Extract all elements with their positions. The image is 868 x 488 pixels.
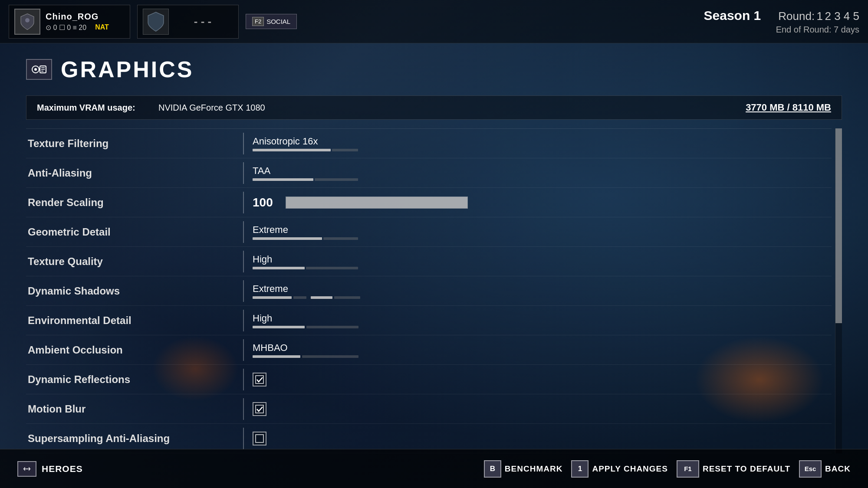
setting-row-geometric-detail[interactable]: Geometric Detail Extreme — [26, 217, 832, 247]
slider-fill — [253, 178, 313, 181]
divider — [243, 162, 244, 184]
bottom-bar: HEROES B BENCHMARK 1 APPLY CHANGES F1 RE… — [0, 449, 868, 488]
back-group[interactable]: Esc BACK — [799, 460, 851, 478]
slider-fill — [253, 149, 331, 151]
slider-fill — [253, 355, 300, 358]
social-label: SOCIAL — [266, 18, 290, 25]
slider-fill — [253, 267, 305, 269]
apply-label: APPLY CHANGES — [592, 464, 668, 474]
setting-value-geometric-detail: Extreme — [253, 224, 832, 240]
apply-key: 1 — [571, 460, 589, 478]
main-content: GRAPHICS Maximum VRAM usage: NVIDIA GeFo… — [0, 43, 868, 466]
supersampling-aa-checkbox[interactable] — [253, 432, 266, 445]
scrollbar[interactable] — [835, 128, 842, 453]
bottom-left: HEROES — [17, 461, 83, 477]
heroes-label[interactable]: HEROES — [42, 464, 83, 474]
divider — [243, 192, 244, 213]
score-display: - - - — [172, 15, 233, 28]
texture-filtering-slider — [253, 149, 832, 151]
svg-rect-9 — [256, 435, 263, 442]
round-label: Round: — [778, 10, 815, 23]
svg-rect-7 — [256, 376, 263, 383]
social-button[interactable]: F2 SOCIAL — [246, 14, 297, 29]
slider-fill — [253, 237, 322, 240]
setting-row-environmental-detail[interactable]: Environmental Detail High — [26, 306, 832, 335]
geometric-detail-slider — [253, 237, 832, 240]
top-left-section: Chino_ROG ⊙ 0 ☐ 0 ≡ 20 NAT - - - F2 SOCI… — [9, 5, 297, 39]
player-stats-icons: ⊙ 0 ☐ 0 ≡ 20 — [46, 23, 86, 32]
setting-row-dynamic-reflections[interactable]: Dynamic Reflections — [26, 365, 832, 394]
round-1: 1 — [817, 10, 823, 23]
setting-row-anti-aliasing[interactable]: Anti-Aliasing TAA — [26, 158, 832, 188]
slider-empty — [293, 296, 306, 299]
reset-key: F1 — [677, 460, 699, 478]
heroes-icon — [17, 461, 36, 477]
dynamic-shadows-slider — [253, 296, 832, 299]
page-title-bar: GRAPHICS — [26, 56, 842, 82]
ambient-occlusion-value: MHBAO — [253, 342, 832, 354]
setting-value-ambient-occlusion: MHBAO — [253, 342, 832, 358]
back-key: Esc — [799, 460, 822, 478]
setting-row-ambient-occlusion[interactable]: Ambient Occlusion MHBAO — [26, 335, 832, 365]
scrollbar-thumb[interactable] — [835, 128, 842, 323]
divider — [243, 221, 244, 243]
svg-rect-8 — [256, 405, 263, 413]
slider-empty — [323, 237, 358, 240]
season-info: Season 1 — [704, 8, 761, 23]
divider — [243, 251, 244, 272]
vram-usage: 3770 MB / 8110 MB — [746, 102, 831, 113]
slider-fill — [253, 326, 305, 328]
top-right-section: Season 1 Round: 1 2 3 4 5 End of Round: … — [704, 8, 859, 35]
slider-empty — [302, 355, 358, 358]
geometric-detail-value: Extreme — [253, 224, 832, 236]
setting-value-texture-filtering: Anisotropic 16x — [253, 136, 832, 151]
slider-empty — [306, 326, 358, 328]
render-fill — [286, 197, 467, 208]
dynamic-reflections-checkbox[interactable] — [253, 373, 266, 386]
slider-empty — [332, 149, 358, 151]
environmental-detail-slider — [253, 326, 832, 328]
setting-row-texture-quality[interactable]: Texture Quality High — [26, 247, 832, 276]
setting-value-motion-blur — [253, 402, 832, 416]
player-card: Chino_ROG ⊙ 0 ☐ 0 ≡ 20 NAT — [9, 5, 130, 39]
setting-value-supersampling-aa — [253, 432, 832, 445]
svg-point-0 — [25, 18, 30, 22]
setting-row-texture-filtering[interactable]: Texture Filtering Anisotropic 16x — [26, 129, 832, 158]
setting-row-render-scaling[interactable]: Render Scaling 100 — [26, 188, 832, 217]
match-display: - - - — [137, 5, 239, 39]
divider — [243, 428, 244, 449]
setting-row-motion-blur[interactable]: Motion Blur — [26, 394, 832, 424]
setting-value-texture-quality: High — [253, 254, 832, 269]
setting-value-dynamic-reflections — [253, 373, 832, 386]
slider-empty — [315, 178, 358, 181]
f2-key: F2 — [252, 17, 264, 26]
gpu-name: NVIDIA GeForce GTX 1080 — [158, 103, 737, 113]
render-scaling-number: 100 — [253, 196, 279, 210]
divider — [243, 398, 244, 420]
setting-label-ambient-occlusion: Ambient Occlusion — [26, 344, 243, 356]
divider — [243, 369, 244, 390]
reset-default-group[interactable]: F1 RESET TO DEFAULT — [677, 460, 790, 478]
svg-point-2 — [34, 68, 37, 71]
texture-filtering-value: Anisotropic 16x — [253, 136, 832, 147]
setting-label-supersampling-aa: Supersampling Anti-Aliasing — [26, 432, 243, 445]
bottom-right: B BENCHMARK 1 APPLY CHANGES F1 RESET TO … — [484, 460, 851, 478]
settings-list: Texture Filtering Anisotropic 16x Anti-A… — [26, 128, 832, 453]
round-2: 2 3 4 5 — [825, 10, 859, 23]
motion-blur-checkbox[interactable] — [253, 402, 266, 416]
anti-aliasing-value: TAA — [253, 165, 832, 177]
apply-changes-group[interactable]: 1 APPLY CHANGES — [571, 460, 668, 478]
divider — [243, 280, 244, 302]
setting-label-geometric-detail: Geometric Detail — [26, 226, 243, 238]
setting-label-texture-filtering: Texture Filtering — [26, 138, 243, 150]
title-icon — [26, 59, 52, 80]
setting-value-environmental-detail: High — [253, 313, 832, 328]
vram-bar: Maximum VRAM usage: NVIDIA GeForce GTX 1… — [26, 95, 842, 120]
benchmark-group[interactable]: B BENCHMARK — [484, 460, 563, 478]
player-info: Chino_ROG ⊙ 0 ☐ 0 ≡ 20 NAT — [46, 12, 109, 32]
vram-label: Maximum VRAM usage: — [37, 103, 150, 113]
setting-label-anti-aliasing: Anti-Aliasing — [26, 167, 243, 179]
player-stats: ⊙ 0 ☐ 0 ≡ 20 NAT — [46, 23, 109, 32]
setting-row-dynamic-shadows[interactable]: Dynamic Shadows Extreme — [26, 276, 832, 306]
setting-label-motion-blur: Motion Blur — [26, 403, 243, 415]
